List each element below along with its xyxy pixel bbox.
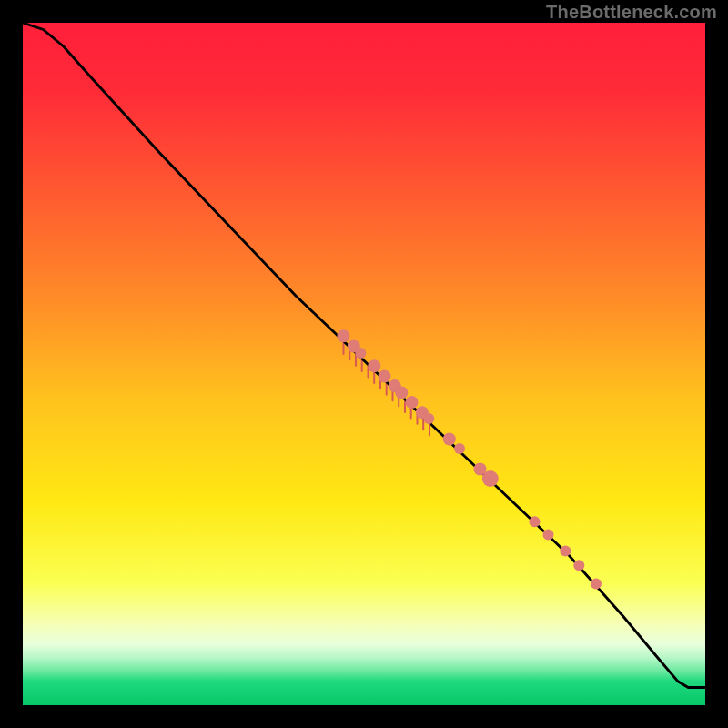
data-point — [454, 443, 465, 454]
chart-stage: TheBottleneck.com — [0, 0, 728, 728]
data-point — [591, 579, 602, 590]
data-point — [395, 387, 408, 399]
data-point — [560, 546, 571, 557]
data-point — [443, 433, 456, 446]
data-point — [573, 560, 584, 571]
data-point — [406, 396, 419, 409]
watermark-label: TheBottleneck.com — [546, 2, 717, 23]
gradient-background — [23, 23, 705, 705]
data-point — [482, 470, 499, 487]
bottleneck-chart — [0, 0, 728, 728]
data-point — [379, 370, 391, 383]
data-point — [543, 530, 554, 541]
data-point — [530, 516, 541, 527]
data-point — [355, 348, 366, 359]
data-point — [368, 359, 380, 372]
data-point — [423, 413, 434, 424]
data-point — [338, 329, 350, 342]
